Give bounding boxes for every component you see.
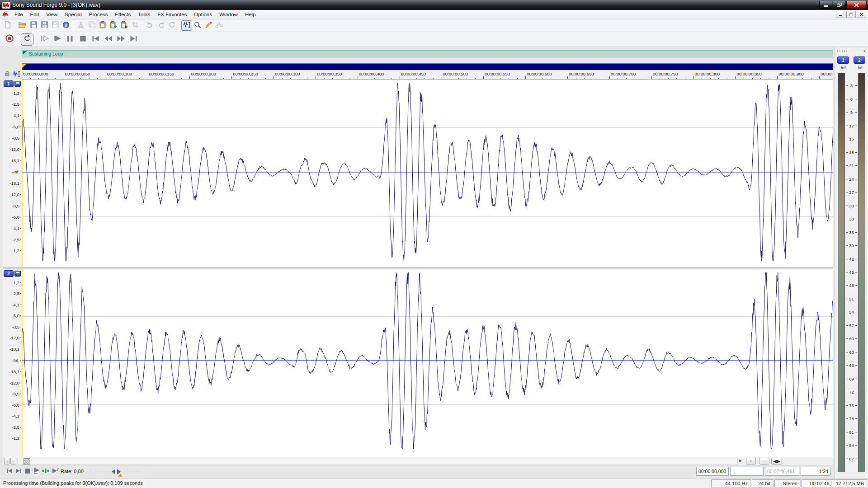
- ruler-major-tick: [189, 76, 190, 79]
- play-all-button[interactable]: [38, 33, 51, 46]
- menu-options[interactable]: Options: [190, 10, 216, 19]
- db-scale-label: -1,2: [12, 91, 19, 96]
- menu-process[interactable]: Process: [85, 10, 112, 19]
- forward-button[interactable]: [114, 33, 127, 46]
- loop-playback-button[interactable]: [21, 33, 33, 46]
- play-button[interactable]: [51, 33, 64, 46]
- meter-channel-1-button[interactable]: 1: [837, 56, 849, 64]
- ruler-minor-tick: [744, 78, 744, 79]
- ruler-minor-tick: [38, 78, 39, 79]
- minimize-button[interactable]: [819, 1, 832, 9]
- open-file-button[interactable]: [17, 20, 28, 31]
- waveform-svg-2[interactable]: [22, 269, 833, 457]
- selection-length-field[interactable]: 00:07:46,461: [765, 467, 799, 476]
- close-button[interactable]: [846, 1, 867, 9]
- go-to-end-mini-button[interactable]: [14, 466, 23, 475]
- meter-grip[interactable]: x: [835, 47, 868, 54]
- mdi-restore-button[interactable]: [846, 11, 856, 18]
- zoom-out-time-button[interactable]: −: [760, 458, 769, 465]
- meter-scale-label: 33: [835, 216, 868, 221]
- channel-2-badge[interactable]: 2: [4, 270, 14, 277]
- record-button[interactable]: [3, 33, 16, 46]
- paste-button[interactable]: [97, 20, 108, 31]
- svg-text:?: ?: [43, 24, 46, 28]
- publish-button[interactable]: p: [61, 20, 71, 31]
- ruler-minor-tick: [458, 78, 459, 79]
- ruler-label: 00:00:00,600: [527, 71, 552, 76]
- play-normal-button[interactable]: [33, 466, 41, 475]
- waveform-svg-1[interactable]: [22, 80, 833, 267]
- ruler-minor-tick: [828, 78, 828, 79]
- zoom-in-time-button[interactable]: +: [746, 458, 756, 465]
- menu-edit[interactable]: Edit: [27, 10, 43, 19]
- restore-button[interactable]: [833, 1, 846, 9]
- pencil-tool-button[interactable]: [203, 20, 214, 31]
- menu-special[interactable]: Special: [61, 10, 85, 19]
- meter-channel-2-button[interactable]: 2: [854, 56, 865, 64]
- sample-rate-field[interactable]: 44 100 Hz: [711, 479, 751, 488]
- save-button[interactable]: [28, 20, 39, 31]
- pause-button[interactable]: [64, 33, 76, 46]
- selection-field[interactable]: [730, 467, 764, 476]
- record-icon: [5, 34, 14, 45]
- ruler-label: 00:00:00,450: [401, 71, 426, 76]
- go-to-start-button[interactable]: [89, 33, 102, 46]
- menu-view[interactable]: View: [42, 10, 61, 19]
- zoom-ratio-field[interactable]: 1:24: [801, 467, 830, 476]
- stop-button[interactable]: [76, 33, 89, 46]
- channel-2-minimize-button[interactable]: [14, 271, 21, 277]
- undo-icon: [146, 22, 154, 30]
- scrollbar-thumb[interactable]: [24, 458, 30, 465]
- rate-slider[interactable]: [91, 472, 144, 472]
- ruler-minor-tick: [131, 78, 131, 79]
- mdi-minimize-button[interactable]: [836, 11, 845, 18]
- ruler-major-tick: [400, 76, 400, 79]
- cursor-position-field[interactable]: 00:00:00,000: [696, 467, 729, 476]
- magnify-tool-button[interactable]: [192, 20, 203, 31]
- loop-marker-bar[interactable]: [22, 63, 833, 70]
- menu-tools[interactable]: Tools: [134, 10, 154, 19]
- meter-scale-label: 39: [835, 243, 868, 248]
- go-to-start-mini-button[interactable]: [5, 466, 14, 475]
- menu-window[interactable]: Window: [216, 10, 241, 19]
- paste-to-new-button[interactable]: [119, 20, 130, 31]
- scrub-control[interactable]: [42, 466, 50, 475]
- play-all-icon: [41, 35, 49, 44]
- scroll-right-icon[interactable]: ▶: [738, 458, 743, 464]
- paste-special-button[interactable]: [108, 20, 119, 31]
- ruler-minor-tick: [509, 78, 509, 79]
- channel-1-minimize-button[interactable]: [14, 81, 21, 87]
- play-from-cursor-button[interactable]: [52, 466, 60, 475]
- bit-depth-field[interactable]: 24 bit: [752, 479, 774, 488]
- meter-scale-label: 78: [835, 416, 868, 421]
- channel-mode-field[interactable]: Stereo: [774, 479, 801, 488]
- mdi-close-button[interactable]: [857, 11, 866, 18]
- loop-region-label: Sustaining Loop: [29, 51, 63, 56]
- loop-region-bar[interactable]: Sustaining Loop: [22, 50, 833, 57]
- go-to-end-button[interactable]: [127, 33, 140, 46]
- time-ruler[interactable]: 00:00:00,00000:00:00,05000:00:00,10000:0…: [22, 70, 833, 80]
- meter-peak-2: -Inf.: [852, 65, 868, 70]
- save-as-button[interactable]: ?: [39, 20, 50, 31]
- edit-tool-mini-icon[interactable]: [13, 70, 20, 79]
- zoom-out-vertical-button[interactable]: −: [10, 458, 16, 465]
- rewind-button[interactable]: [102, 33, 114, 46]
- zoom-fit-button[interactable]: ◀▶: [771, 458, 782, 465]
- meter-close-icon[interactable]: x: [863, 48, 866, 53]
- menu-help[interactable]: Help: [241, 10, 259, 19]
- zoom-in-vertical-button[interactable]: +: [4, 458, 10, 465]
- menu-file[interactable]: File: [11, 10, 27, 19]
- menu-fx-favorites[interactable]: FX Favorites: [154, 10, 190, 19]
- new-file-button[interactable]: [2, 20, 13, 31]
- menu-effects[interactable]: Effects: [111, 10, 134, 19]
- horizontal-scrollbar[interactable]: [17, 458, 738, 465]
- waveform-channel-2[interactable]: [22, 269, 833, 457]
- ruler-label: 00:00:00,900: [778, 71, 803, 76]
- ruler-minor-tick: [72, 78, 72, 79]
- waveform-channel-1[interactable]: [22, 80, 833, 267]
- edit-tool-button[interactable]: [181, 20, 192, 31]
- stop-mini-button[interactable]: [24, 466, 32, 475]
- channel-1-badge[interactable]: 1: [4, 80, 14, 87]
- window-title: Sony Sound Forge 9.0 - [3(OK).wav]: [12, 2, 100, 8]
- ruler-minor-tick: [668, 78, 669, 79]
